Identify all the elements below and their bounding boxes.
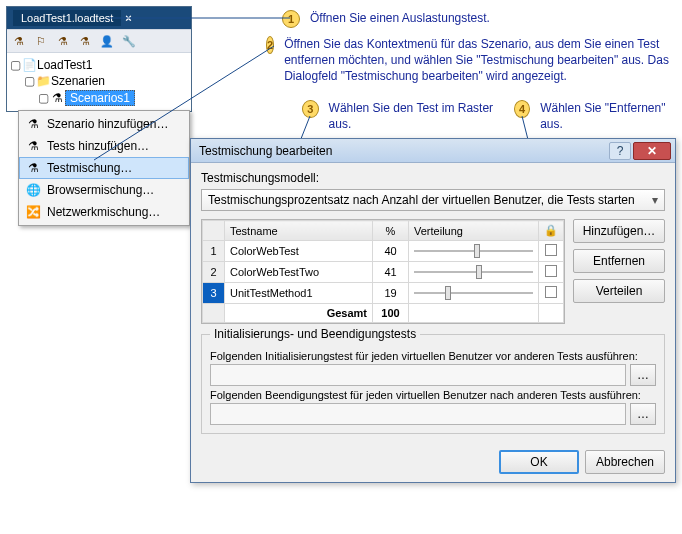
add-button[interactable]: Hinzufügen… <box>573 219 665 243</box>
menu-browser-mix[interactable]: 🌐 Browsermischung… <box>19 179 189 201</box>
toolbar-icon-tool[interactable]: 🔧 <box>121 33 137 49</box>
dialog-footer: OK Abbrechen <box>191 442 675 482</box>
checkbox-icon[interactable] <box>545 265 557 277</box>
tab-title: LoadTest1.loadtest <box>21 12 113 24</box>
callout-3-text: Wählen Sie den Test im Raster aus. <box>329 100 502 132</box>
distribute-button-label: Verteilen <box>596 284 643 298</box>
totals-label: Gesamt <box>225 304 373 323</box>
callout-number-2: 2 <box>266 36 274 54</box>
row-index: 2 <box>203 262 225 283</box>
browser-icon: 🌐 <box>25 182 41 198</box>
tree-root-label: LoadTest1 <box>37 58 92 72</box>
callout-3: 3 Wählen Sie den Test im Raster aus. <box>302 100 502 132</box>
end-browse-button[interactable]: … <box>630 403 656 425</box>
row-testname: ColorWebTest <box>225 241 373 262</box>
callout-number-1: 1 <box>282 10 300 28</box>
menu-label: Testmischung… <box>47 161 132 175</box>
totals-row: Gesamt 100 <box>203 304 564 323</box>
callout-4: 4 Wählen Sie "Entfernen" aus. <box>514 100 674 132</box>
row-distribution[interactable] <box>409 283 539 304</box>
toolbar-icon-new[interactable]: ⚗ <box>11 33 27 49</box>
callout-number-4: 4 <box>514 100 530 118</box>
col-lock[interactable]: 🔒 <box>539 221 564 241</box>
menu-label: Netzwerkmischung… <box>47 205 160 219</box>
scenario-icon: ⚗ <box>25 116 41 132</box>
end-test-field[interactable] <box>210 403 626 425</box>
dialog-title: Testmischung bearbeiten <box>199 144 332 158</box>
panel-tabstrip: LoadTest1.loadtest × <box>7 7 191 29</box>
row-testname: ColorWebTestTwo <box>225 262 373 283</box>
col-index <box>203 221 225 241</box>
col-testname[interactable]: Testname <box>225 221 373 241</box>
init-label: Folgenden Initialisierungstest für jeden… <box>210 350 656 362</box>
init-browse-button[interactable]: … <box>630 364 656 386</box>
callout-2: 2 Öffnen Sie das Kontextmenü für das Sze… <box>266 36 676 85</box>
callout-4-text: Wählen Sie "Entfernen" aus. <box>540 100 674 132</box>
toolbar-icon-results[interactable]: ⚗ <box>77 33 93 49</box>
dialog-body: Testmischungsmodell: Testmischungsprozen… <box>191 163 675 442</box>
table-row[interactable]: 1ColorWebTest40 <box>203 241 564 262</box>
toolbar-icon-run[interactable]: ⚐ <box>33 33 49 49</box>
row-lock[interactable] <box>539 283 564 304</box>
grid-side-buttons: Hinzufügen… Entfernen Verteilen <box>573 219 665 324</box>
row-testname: UnitTestMethod1 <box>225 283 373 304</box>
document-tab[interactable]: LoadTest1.loadtest <box>13 10 121 26</box>
row-lock[interactable] <box>539 241 564 262</box>
model-label: Testmischungsmodell: <box>201 171 665 185</box>
col-percent[interactable]: % <box>373 221 409 241</box>
toolbar-icon-flask[interactable]: ⚗ <box>55 33 71 49</box>
panel-toolbar: ⚗ ⚐ ⚗ ⚗ 👤 🔧 <box>7 29 191 53</box>
init-test-field[interactable] <box>210 364 626 386</box>
tree-selected[interactable]: ▢⚗ Scenarios1 <box>9 89 189 107</box>
remove-button[interactable]: Entfernen <box>573 249 665 273</box>
table-row[interactable]: 3UnitTestMethod119 <box>203 283 564 304</box>
tree-group[interactable]: ▢📁 Szenarien <box>9 73 189 89</box>
network-icon: 🔀 <box>25 204 41 220</box>
col-distribution[interactable]: Verteilung <box>409 221 539 241</box>
totals-value: 100 <box>373 304 409 323</box>
toolbar-icon-user[interactable]: 👤 <box>99 33 115 49</box>
dialog-titlebar[interactable]: Testmischung bearbeiten ? ✕ <box>191 139 675 163</box>
menu-add-scenario[interactable]: ⚗ Szenario hinzufügen… <box>19 113 189 135</box>
cancel-button[interactable]: Abbrechen <box>585 450 665 474</box>
close-button[interactable]: ✕ <box>633 142 671 160</box>
menu-label: Browsermischung… <box>47 183 154 197</box>
model-combo[interactable]: Testmischungsprozentsatz nach Anzahl der… <box>201 189 665 211</box>
callout-1: 1 Öffnen Sie einen Auslastungstest. <box>282 10 662 28</box>
fieldset-legend: Initialisierungs- und Beendigungstests <box>210 327 420 341</box>
edit-test-mix-dialog: Testmischung bearbeiten ? ✕ Testmischung… <box>190 138 676 483</box>
ok-button[interactable]: OK <box>499 450 579 474</box>
checkbox-icon[interactable] <box>545 286 557 298</box>
distribute-button[interactable]: Verteilen <box>573 279 665 303</box>
grid-header-row: Testname % Verteilung 🔒 <box>203 221 564 241</box>
row-lock[interactable] <box>539 262 564 283</box>
tests-icon: ⚗ <box>25 138 41 154</box>
help-button[interactable]: ? <box>609 142 631 160</box>
table-row[interactable]: 2ColorWebTestTwo41 <box>203 262 564 283</box>
model-value: Testmischungsprozentsatz nach Anzahl der… <box>208 193 635 207</box>
row-index: 1 <box>203 241 225 262</box>
row-percent[interactable]: 40 <box>373 241 409 262</box>
testmix-icon: ⚗ <box>25 160 41 176</box>
row-distribution[interactable] <box>409 262 539 283</box>
tree-group-label: Szenarien <box>51 74 105 88</box>
scenario-tree: ▢📄 LoadTest1 ▢📁 Szenarien ▢⚗ Scenarios1 <box>7 53 191 111</box>
ellipsis-label: … <box>637 368 649 382</box>
ok-label: OK <box>530 455 547 469</box>
test-mix-grid[interactable]: Testname % Verteilung 🔒 1ColorWebTest402… <box>201 219 565 324</box>
callout-1-text: Öffnen Sie einen Auslastungstest. <box>310 10 490 26</box>
end-label: Folgenden Beendigungstest für jeden virt… <box>210 389 656 401</box>
callout-2-text: Öffnen Sie das Kontextmenü für das Szena… <box>284 36 676 85</box>
close-tab-icon[interactable]: × <box>125 12 131 24</box>
checkbox-icon[interactable] <box>545 244 557 256</box>
tree-root[interactable]: ▢📄 LoadTest1 <box>9 57 189 73</box>
menu-label: Szenario hinzufügen… <box>47 117 168 131</box>
row-percent[interactable]: 19 <box>373 283 409 304</box>
ellipsis-label: … <box>637 407 649 421</box>
callout-number-3: 3 <box>302 100 319 118</box>
menu-add-tests[interactable]: ⚗ Tests hinzufügen… <box>19 135 189 157</box>
row-percent[interactable]: 41 <box>373 262 409 283</box>
menu-test-mix[interactable]: ⚗ Testmischung… <box>19 157 189 179</box>
menu-network-mix[interactable]: 🔀 Netzwerkmischung… <box>19 201 189 223</box>
row-distribution[interactable] <box>409 241 539 262</box>
